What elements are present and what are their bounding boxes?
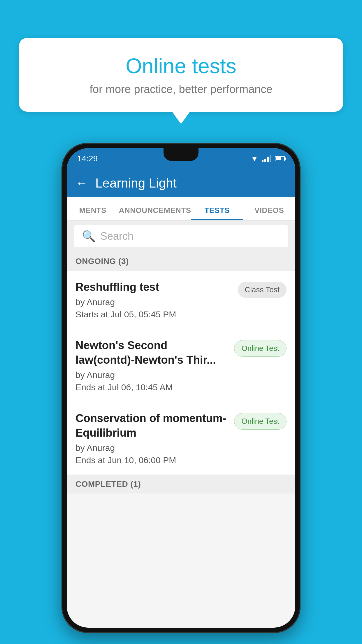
test-author-3: by Anurag <box>75 443 228 453</box>
test-title-1: Reshuffling test <box>75 280 232 294</box>
battery-fill <box>276 157 281 160</box>
bubble-title: Online tests <box>36 54 326 78</box>
test-badge-3: Online Test <box>234 413 287 430</box>
battery-icon <box>275 156 285 161</box>
test-badge-2: Online Test <box>234 340 287 357</box>
speech-bubble-container: Online tests for more practice, better p… <box>19 38 343 112</box>
test-title-3: Conservation of momentum-Equilibrium <box>75 411 228 440</box>
search-bar[interactable]: 🔍 Search <box>74 225 288 247</box>
tab-videos[interactable]: VIDEOS <box>243 206 295 220</box>
signal-bars <box>262 155 271 162</box>
test-item-1-content: Reshuffling test by Anurag Starts at Jul… <box>75 280 238 319</box>
test-item-2-content: Newton's Second law(contd)-Newton's Thir… <box>75 338 234 392</box>
test-badge-1: Class Test <box>238 282 287 298</box>
app-header: ← Learning Light <box>67 169 295 197</box>
test-list: Reshuffling test by Anurag Starts at Jul… <box>67 271 295 475</box>
wifi-icon: ▼ <box>251 154 258 163</box>
test-author-1: by Anurag <box>75 297 232 307</box>
completed-section-header: COMPLETED (1) <box>67 475 295 494</box>
status-icons: ▼ <box>251 154 285 163</box>
tab-tests[interactable]: TESTS <box>191 206 243 220</box>
test-title-2: Newton's Second law(contd)-Newton's Thir… <box>75 338 228 367</box>
bubble-subtitle: for more practice, better performance <box>36 83 326 96</box>
status-time: 14:29 <box>77 154 98 163</box>
test-item-3[interactable]: Conservation of momentum-Equilibrium by … <box>67 402 295 475</box>
search-placeholder: Search <box>100 230 133 242</box>
test-time-label-2: Ends at <box>75 382 105 392</box>
phone-notch <box>164 148 198 161</box>
test-item-2[interactable]: Newton's Second law(contd)-Newton's Thir… <box>67 329 295 402</box>
status-bar: 14:29 ▼ <box>67 148 295 169</box>
test-time-value-3: Jun 10, 06:00 PM <box>108 455 176 465</box>
tabs-bar: MENTS ANNOUNCEMENTS TESTS VIDEOS <box>67 197 295 220</box>
test-item-3-content: Conservation of momentum-Equilibrium by … <box>75 411 234 465</box>
app-title: Learning Light <box>95 176 177 190</box>
test-time-value-2: Jul 06, 10:45 AM <box>108 382 173 392</box>
test-time-label-1: Starts at <box>75 309 108 319</box>
tab-ments[interactable]: MENTS <box>67 206 119 220</box>
test-time-label-3: Ends at <box>75 455 105 465</box>
test-item-1[interactable]: Reshuffling test by Anurag Starts at Jul… <box>67 271 295 329</box>
test-time-2: Ends at Jul 06, 10:45 AM <box>75 382 228 392</box>
signal-bar-3 <box>267 157 269 162</box>
phone-container: 14:29 ▼ ← Learni <box>61 143 301 633</box>
test-time-3: Ends at Jun 10, 06:00 PM <box>75 455 228 465</box>
ongoing-section-header: ONGOING (3) <box>67 252 295 271</box>
test-time-value-1: Jul 05, 05:45 PM <box>110 309 176 319</box>
tab-announcements[interactable]: ANNOUNCEMENTS <box>119 206 191 220</box>
test-time-1: Starts at Jul 05, 05:45 PM <box>75 309 232 319</box>
speech-bubble: Online tests for more practice, better p… <box>19 38 343 112</box>
phone-body: 14:29 ▼ ← Learni <box>61 143 301 633</box>
signal-bar-4 <box>270 155 271 162</box>
search-icon: 🔍 <box>82 230 96 243</box>
phone-screen: 14:29 ▼ ← Learni <box>67 148 295 628</box>
search-container: 🔍 Search <box>67 220 295 252</box>
test-author-2: by Anurag <box>75 370 228 380</box>
back-button[interactable]: ← <box>75 177 88 189</box>
signal-bar-2 <box>264 159 266 162</box>
signal-bar-1 <box>262 160 263 162</box>
